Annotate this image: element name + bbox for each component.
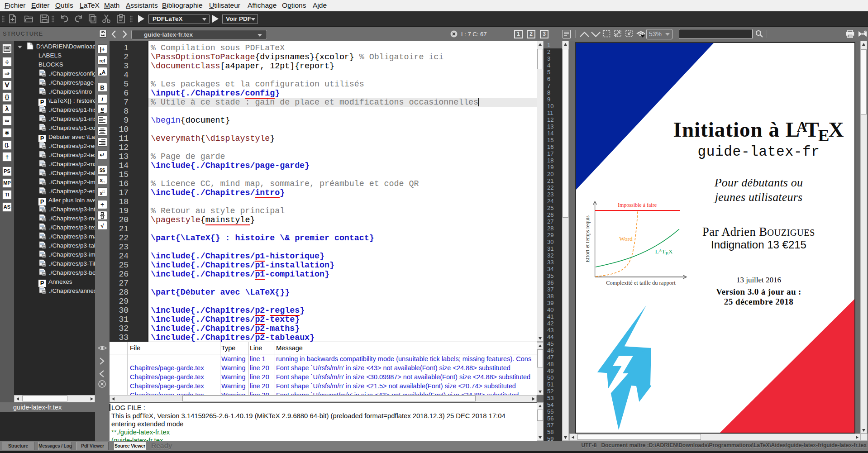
svg-text:Word: Word <box>619 235 633 242</box>
svg-text:Effort et temps requis: Effort et temps requis <box>586 215 591 262</box>
svg-text:Complexité et taille du rappor: Complexité et taille du rapport <box>606 280 676 286</box>
svg-text:Impossible à faire: Impossible à faire <box>618 202 657 208</box>
svg-text:LATEX: LATEX <box>655 248 673 256</box>
